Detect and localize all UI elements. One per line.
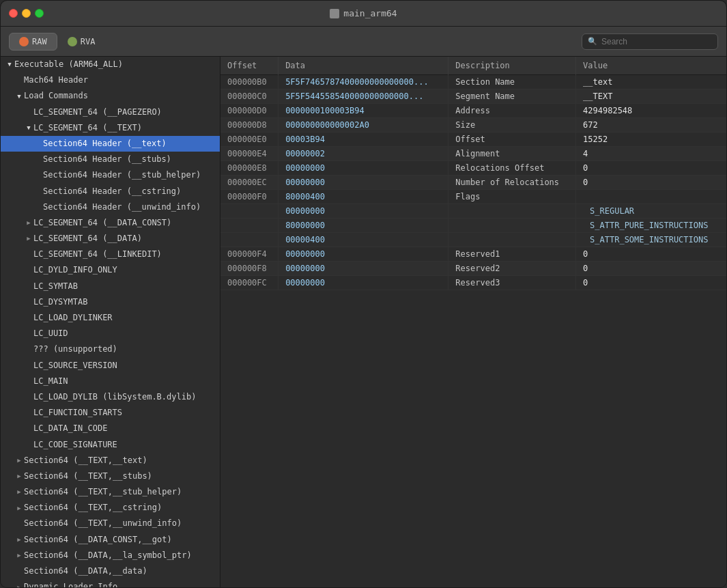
cell-description: Alignment (448, 147, 576, 161)
sidebar-item-sec-text-cstring[interactable]: ▶Section64 (__TEXT,__cstring) (1, 500, 220, 516)
table-row[interactable]: 000000E400000002Alignment4 (220, 147, 726, 161)
sub-cell-value: S_ATTR_PURE_INSTRUCTIONS (576, 219, 726, 233)
sidebar-item-sec-data-la-symbol[interactable]: ▶Section64 (__DATA,__la_symbol_ptr) (1, 548, 220, 563)
table-row[interactable]: 000000B05F5F7465787400000000000000...Sec… (220, 75, 726, 89)
file-icon (330, 9, 339, 18)
sidebar-item-mach64-header[interactable]: Mach64 Header (1, 72, 220, 88)
sidebar-item-sec-text-stub-helper[interactable]: ▶Section64 (__TEXT,__stub_helper) (1, 484, 220, 500)
sub-cell-data: 00000400 (279, 233, 448, 247)
close-button[interactable] (9, 9, 18, 18)
content-panel: Offset Data Description Value 000000B05F… (220, 57, 726, 588)
col-data[interactable]: Data (279, 57, 448, 75)
sidebar-item-lc-function-starts[interactable]: LC_FUNCTION_STARTS (1, 405, 220, 421)
tree-arrow: ▶ (14, 550, 24, 560)
sidebar-item-lc-pagezero[interactable]: LC_SEGMENT_64 (__PAGEZERO) (1, 104, 220, 120)
tree-label: LC_SEGMENT_64 (__TEXT) (33, 122, 142, 135)
sidebar-item-lc-linkedit[interactable]: LC_SEGMENT_64 (__LINKEDIT) (1, 247, 220, 262)
sidebar-item-s64-cstring[interactable]: Section64 Header (__cstring) (1, 184, 220, 199)
tree-label: Section64 Header (__text) (43, 137, 167, 150)
sidebar-item-load-commands[interactable]: ▼Load Commands (1, 88, 220, 104)
table-row[interactable]: 000000F800000000Reserved20 (220, 262, 726, 276)
cell-data: 0000000100003B94 (279, 104, 448, 118)
sidebar-item-lc-unsupported[interactable]: ??? (unsupported) (1, 341, 220, 357)
cell-offset: 000000EC (220, 176, 279, 190)
search-box[interactable]: 🔍 (582, 33, 718, 50)
rva-button[interactable]: RVA (57, 33, 106, 51)
sidebar-item-executable[interactable]: ▼Executable (ARM64_ALL) (1, 57, 220, 72)
table-row[interactable]: 000000F080000400Flags (220, 190, 726, 204)
cell-data: 00000000 (279, 262, 448, 276)
tree-label: LC_SOURCE_VERSION (33, 359, 117, 372)
sidebar-item-lc-dyld-info[interactable]: LC_DYLD_INFO_ONLY (1, 262, 220, 278)
sidebar-item-s64-text[interactable]: Section64 Header (__text) (1, 136, 220, 152)
table-row[interactable]: 000000E800000000Relocations Offset0 (220, 161, 726, 176)
sidebar-item-sec-data-const-got[interactable]: ▶Section64 (__DATA_CONST,__got) (1, 532, 220, 548)
sidebar-item-lc-load-dylinker[interactable]: LC_LOAD_DYLINKER (1, 310, 220, 326)
tree-arrow (24, 266, 33, 275)
search-input[interactable] (601, 37, 704, 46)
sidebar-item-sec-text-stubs[interactable]: ▶Section64 (__TEXT,__stubs) (1, 468, 220, 484)
raw-icon (19, 37, 29, 46)
sidebar-item-lc-data[interactable]: ▶LC_SEGMENT_64 (__DATA) (1, 231, 220, 247)
tree-arrow: ▶ (14, 503, 24, 513)
col-offset[interactable]: Offset (220, 57, 279, 75)
sidebar-item-lc-symtab[interactable]: LC_SYMTAB (1, 279, 220, 294)
sidebar-item-sec-text-unwind[interactable]: Section64 (__TEXT,__unwind_info) (1, 516, 220, 531)
raw-button[interactable]: RAW (9, 33, 57, 51)
tree-label: Dynamic Loader Info (24, 580, 117, 588)
sidebar-item-s64-stubs[interactable]: Section64 Header (__stubs) (1, 152, 220, 167)
sidebar-item-s64-unwind-info[interactable]: Section64 Header (__unwind_info) (1, 199, 220, 215)
tree-label: Section64 Header (__cstring) (43, 185, 181, 198)
toolbar: RAW RVA 🔍 (1, 27, 726, 57)
sidebar-item-lc-data-const[interactable]: ▶LC_SEGMENT_64 (__DATA_CONST) (1, 215, 220, 231)
cell-offset: 000000FC (220, 276, 279, 290)
sidebar-item-lc-main[interactable]: LC_MAIN (1, 374, 220, 389)
cell-description: Size (448, 118, 576, 132)
cell-data: 00000000 (279, 176, 448, 190)
tree-arrow: ▶ (14, 583, 24, 588)
table-row[interactable]: 000000FC00000000Reserved30 (220, 276, 726, 290)
sidebar-item-s64-stub-helper[interactable]: Section64 Header (__stub_helper) (1, 167, 220, 183)
raw-label: RAW (32, 37, 47, 46)
maximize-button[interactable] (35, 9, 44, 18)
sub-cell-offset (220, 233, 279, 247)
sidebar-item-lc-dysymtab[interactable]: LC_DYSYMTAB (1, 294, 220, 310)
table-row[interactable]: 000000E000003B94Offset15252 (220, 132, 726, 147)
tree-label: LC_DYLD_INFO_ONLY (33, 264, 117, 277)
table-row[interactable]: 000000D00000000100003B94Address429498254… (220, 104, 726, 118)
tree-label: Section64 (__TEXT,__stubs) (24, 470, 152, 483)
minimize-button[interactable] (22, 9, 31, 18)
sidebar-item-lc-data-in-code[interactable]: LC_DATA_IN_CODE (1, 421, 220, 436)
tree-label: Section64 (__TEXT,__unwind_info) (24, 517, 182, 530)
table-row[interactable]: 000000F400000000Reserved10 (220, 247, 726, 262)
cell-value: 15252 (576, 132, 726, 147)
col-value[interactable]: Value (576, 57, 726, 75)
tree-label: LC_DATA_IN_CODE (33, 422, 107, 435)
sidebar-item-dynamic-loader-info[interactable]: ▶Dynamic Loader Info (1, 579, 220, 588)
cell-offset: 000000D0 (220, 104, 279, 118)
tree-arrow (33, 155, 43, 165)
sub-cell-desc (448, 233, 576, 247)
window-title: main_arm64 (330, 8, 397, 18)
tree-arrow (33, 186, 43, 196)
sidebar-item-lc-source-version[interactable]: LC_SOURCE_VERSION (1, 358, 220, 374)
sidebar-item-sec-text-text[interactable]: ▶Section64 (__TEXT,__text) (1, 453, 220, 468)
table-row[interactable]: 000000EC00000000Number of Relocations0 (220, 176, 726, 190)
table-row[interactable]: 000000D8000000000000002A0Size672 (220, 118, 726, 132)
tree-label: Section64 (__DATA,__la_symbol_ptr) (24, 549, 192, 562)
tree-label: LC_UUID (33, 327, 68, 340)
sidebar-item-lc-load-dylib[interactable]: LC_LOAD_DYLIB (libSystem.B.dylib) (1, 389, 220, 405)
col-description[interactable]: Description (448, 57, 576, 75)
cell-data: 00000000 (279, 161, 448, 176)
sidebar-item-sec-data-data[interactable]: Section64 (__DATA,__data) (1, 563, 220, 579)
tree-arrow (33, 202, 43, 212)
sidebar-item-lc-code-signature[interactable]: LC_CODE_SIGNATURE (1, 437, 220, 453)
sidebar-item-lc-text[interactable]: ▼LC_SEGMENT_64 (__TEXT) (1, 120, 220, 136)
table-row[interactable]: 000000C05F5F544558540000000000000...Segm… (220, 89, 726, 104)
data-table: Offset Data Description Value 000000B05F… (220, 57, 726, 290)
tree-label: LC_SYMTAB (33, 280, 78, 293)
cell-description: Reserved3 (448, 276, 576, 290)
cell-value: 0 (576, 247, 726, 262)
tree-arrow: ▶ (14, 471, 24, 481)
sidebar-item-lc-uuid[interactable]: LC_UUID (1, 326, 220, 341)
